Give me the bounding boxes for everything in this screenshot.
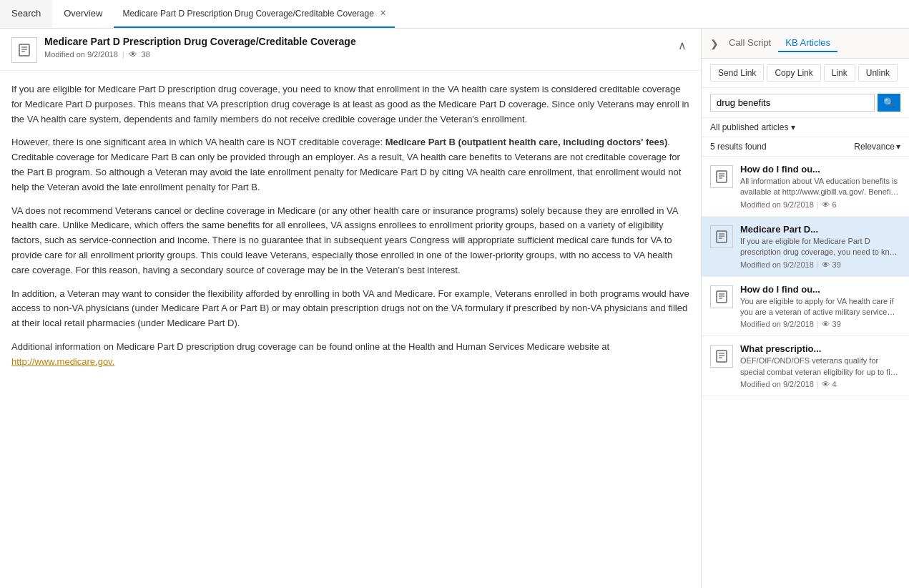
medicare-link[interactable]: http://www.medicare.gov. bbox=[11, 356, 114, 367]
article-modified: Modified on 9/2/2018 bbox=[44, 50, 118, 59]
search-input[interactable] bbox=[710, 94, 875, 112]
nav-article-tab[interactable]: Medicare Part D Prescription Drug Covera… bbox=[114, 0, 395, 28]
kb-item-icon-2 bbox=[710, 285, 733, 308]
top-navigation: Search Overview Medicare Part D Prescrip… bbox=[0, 0, 909, 29]
sort-icon: ▾ bbox=[896, 142, 900, 152]
kb-list-item[interactable]: Medicare Part D... If you are eligible f… bbox=[702, 217, 909, 277]
results-row: 5 results found Relevance ▾ bbox=[702, 137, 909, 157]
action-buttons-row: Send Link Copy Link Link Unlink bbox=[702, 59, 909, 88]
kb-item-desc-2: You are eligible to apply for VA health … bbox=[740, 296, 900, 318]
svg-rect-0 bbox=[19, 44, 29, 56]
article-para-2: However, there is one significant area i… bbox=[11, 135, 689, 195]
kb-item-desc-3: OEF/OIF/OND/OFS veterans qualify for spe… bbox=[740, 356, 900, 378]
link-button[interactable]: Link bbox=[824, 64, 855, 82]
kb-item-content-2: How do I find ou... You are eligible to … bbox=[740, 284, 900, 329]
article-tab-label: Medicare Part D Prescription Drug Covera… bbox=[122, 9, 374, 19]
bold-phrase: Medicare Part B (outpatient health care,… bbox=[385, 137, 668, 147]
article-para-5: Additional information on Medicare Part … bbox=[11, 340, 689, 370]
article-meta: Modified on 9/2/2018 | 👁 38 bbox=[44, 49, 356, 59]
svg-rect-12 bbox=[717, 291, 727, 303]
unlink-button[interactable]: Unlink bbox=[858, 64, 898, 82]
svg-rect-4 bbox=[717, 171, 727, 182]
kb-item-meta-0: Modified on 9/2/2018 | 👁 6 bbox=[740, 200, 900, 209]
article-para-4: In addition, a Veteran may want to consi… bbox=[11, 287, 689, 331]
panel-header: ❯ Call Script KB Articles bbox=[702, 29, 909, 59]
send-link-button[interactable]: Send Link bbox=[710, 64, 764, 82]
tab-kb-articles[interactable]: KB Articles bbox=[778, 34, 837, 52]
kb-list-item[interactable]: What prescriptio... OEF/OIF/OND/OFS vete… bbox=[702, 336, 909, 396]
kb-item-content-0: How do I find ou... All information abou… bbox=[740, 164, 900, 209]
right-panel: ❯ Call Script KB Articles Send Link Copy… bbox=[702, 29, 909, 588]
main-container: Medicare Part D Prescription Drug Covera… bbox=[0, 29, 909, 588]
kb-item-meta-2: Modified on 9/2/2018 | 👁 39 bbox=[740, 320, 900, 328]
svg-rect-16 bbox=[717, 351, 727, 362]
filter-row: All published articles ▾ bbox=[702, 118, 909, 137]
filter-label: All published articles bbox=[710, 122, 788, 132]
kb-item-title-3: What prescriptio... bbox=[740, 343, 900, 354]
kb-item-title-2: How do I find ou... bbox=[740, 284, 900, 295]
kb-results-list: How do I find ou... All information abou… bbox=[702, 157, 909, 588]
kb-item-desc-0: All information about VA education benef… bbox=[740, 176, 900, 198]
article-para-1: If you are eligible for Medicare Part D … bbox=[11, 82, 689, 127]
article-header: Medicare Part D Prescription Drug Covera… bbox=[0, 29, 701, 71]
panel-tabs: Call Script KB Articles bbox=[722, 34, 837, 52]
sort-label: Relevance bbox=[854, 142, 895, 152]
article-icon bbox=[11, 37, 37, 63]
eye-icon: 👁 bbox=[822, 320, 830, 328]
article-header-left: Medicare Part D Prescription Drug Covera… bbox=[11, 36, 356, 63]
filter-dropdown[interactable]: ▾ bbox=[791, 122, 795, 132]
kb-item-title-0: How do I find ou... bbox=[740, 164, 900, 175]
eye-icon: 👁 bbox=[129, 49, 137, 59]
eye-icon: 👁 bbox=[822, 200, 830, 209]
eye-icon: 👁 bbox=[822, 260, 830, 269]
article-area: Medicare Part D Prescription Drug Covera… bbox=[0, 29, 702, 588]
collapse-button[interactable]: ∧ bbox=[675, 36, 689, 55]
kb-list-item[interactable]: How do I find ou... You are eligible to … bbox=[702, 277, 909, 337]
kb-item-content-1: Medicare Part D... If you are eligible f… bbox=[740, 224, 900, 269]
article-body: If you are eligible for Medicare Part D … bbox=[0, 71, 701, 390]
kb-item-content-3: What prescriptio... OEF/OIF/OND/OFS vete… bbox=[740, 343, 900, 388]
nav-search[interactable]: Search bbox=[0, 0, 52, 28]
article-title-block: Medicare Part D Prescription Drug Covera… bbox=[44, 36, 356, 59]
article-title: Medicare Part D Prescription Drug Covera… bbox=[44, 36, 356, 47]
kb-item-icon-3 bbox=[710, 345, 733, 368]
search-row: 🔍 bbox=[702, 88, 909, 118]
article-views: 38 bbox=[142, 50, 150, 59]
svg-rect-8 bbox=[717, 231, 727, 242]
kb-item-icon-1 bbox=[710, 225, 733, 248]
copy-link-button[interactable]: Copy Link bbox=[767, 64, 820, 82]
relevance-sort[interactable]: Relevance ▾ bbox=[854, 142, 900, 152]
results-count: 5 results found bbox=[710, 142, 767, 152]
kb-list-item[interactable]: How do I find ou... All information abou… bbox=[702, 157, 909, 217]
search-button[interactable]: 🔍 bbox=[878, 94, 900, 112]
eye-icon: 👁 bbox=[822, 380, 830, 388]
close-tab-icon[interactable]: ✕ bbox=[380, 9, 386, 17]
tab-call-script[interactable]: Call Script bbox=[722, 34, 778, 52]
search-icon: 🔍 bbox=[883, 97, 895, 108]
kb-item-title-1: Medicare Part D... bbox=[740, 224, 900, 235]
article-para-3: VA does not recommend Veterans cancel or… bbox=[11, 204, 689, 278]
kb-item-icon-0 bbox=[710, 165, 733, 188]
kb-item-meta-3: Modified on 9/2/2018 | 👁 4 bbox=[740, 380, 900, 388]
kb-item-meta-1: Modified on 9/2/2018 | 👁 39 bbox=[740, 260, 900, 269]
kb-item-desc-1: If you are eligible for Medicare Part D … bbox=[740, 236, 900, 258]
panel-expand-icon[interactable]: ❯ bbox=[710, 38, 719, 49]
nav-overview[interactable]: Overview bbox=[52, 0, 114, 28]
